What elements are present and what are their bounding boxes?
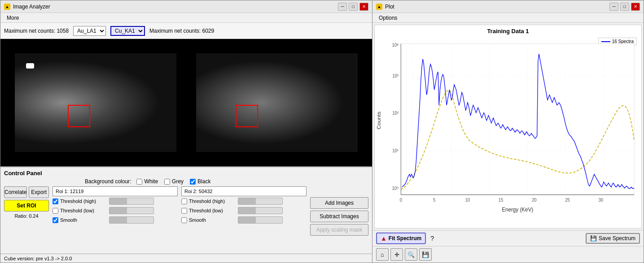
- plot-close-button[interactable]: ✕: [631, 3, 640, 11]
- threshold-high-left-label[interactable]: Threshold (high): [53, 198, 106, 204]
- control-panel: Control Panel Background colour: White G…: [0, 166, 372, 254]
- svg-text:10³: 10³: [392, 73, 399, 78]
- smooth-left-checkbox[interactable]: [53, 217, 58, 223]
- home-tool-button[interactable]: ⌂: [376, 248, 389, 261]
- roi-box-left: [68, 105, 90, 127]
- export-button[interactable]: Export: [29, 186, 49, 198]
- save-spectrum-button[interactable]: 💾 Save Spectrum: [586, 233, 640, 244]
- maximize-button[interactable]: □: [349, 3, 358, 11]
- smooth-right-slider[interactable]: [238, 216, 283, 224]
- white-checkbox-group[interactable]: White: [136, 178, 158, 185]
- left-menu-bar: More: [0, 13, 372, 23]
- threshold-low-right-label[interactable]: Threshold (low): [181, 208, 235, 214]
- svg-rect-1: [401, 43, 634, 194]
- svg-text:10⁴: 10⁴: [392, 43, 399, 47]
- image-analyzer-window: ▲ Image Analyzer ─ □ ✕ More Maximum net …: [0, 0, 372, 263]
- smooth-right-checkbox[interactable]: [181, 217, 187, 223]
- threshold-low-right-checkbox[interactable]: [181, 208, 187, 214]
- roi1-label: Roi 1: 12119: [53, 186, 178, 196]
- threshold-high-right-label[interactable]: Threshold (high): [181, 198, 235, 204]
- threshold-low-left-checkbox[interactable]: [53, 208, 58, 214]
- svg-text:10²: 10²: [392, 111, 399, 116]
- fit-spectrum-icon: ▲: [381, 235, 387, 242]
- black-label: Black: [197, 178, 210, 185]
- save-plot-button[interactable]: 💾: [419, 248, 432, 261]
- toolbar: Maximum net counts: 1058 Au_LA1 Cu_KA1 M…: [0, 23, 372, 39]
- white-checkbox[interactable]: [136, 179, 142, 185]
- threshold-low-left-label[interactable]: Threshold (low): [53, 208, 106, 214]
- plot-window: ▲ Plot ─ □ ✕ Options Training Data 1 16 …: [372, 0, 644, 263]
- svg-text:25: 25: [565, 197, 570, 202]
- plot-title: Training Data 1: [375, 25, 641, 34]
- set-roi-button[interactable]: Set ROI: [4, 200, 49, 211]
- black-checkbox-group[interactable]: Black: [190, 178, 210, 185]
- save-icon: 💾: [590, 235, 597, 241]
- element-select-right[interactable]: Cu_KA1: [110, 26, 145, 36]
- left-titlebar: ▲ Image Analyzer ─ □ ✕: [0, 0, 372, 13]
- plot-svg: Counts 10⁰ 10¹ 10² 10³ 10⁴ 0 5 10 15 20 …: [375, 39, 641, 228]
- svg-text:10: 10: [465, 197, 470, 202]
- control-panel-title: Control Panel: [4, 170, 368, 177]
- menu-more[interactable]: More: [4, 14, 22, 22]
- fit-spectrum-button[interactable]: ▲ Fit Spectrum: [376, 233, 426, 244]
- menu-options[interactable]: Options: [376, 14, 400, 22]
- status-bar: Cube version: pre v1.3 -> 2.0.0: [0, 254, 372, 263]
- svg-text:20: 20: [532, 197, 537, 202]
- left-window-title: Image Analyzer: [13, 4, 50, 10]
- plot-maximize-button[interactable]: □: [620, 3, 629, 11]
- plot-titlebar: ▲ Plot ─ □ ✕: [372, 0, 644, 13]
- threshold-high-right-slider[interactable]: [238, 198, 283, 205]
- roi-box-right: [236, 105, 258, 127]
- bright-spot-left: [26, 63, 34, 69]
- plot-app-icon: ▲: [376, 4, 382, 10]
- smooth-right-label[interactable]: Smooth: [181, 217, 235, 223]
- svg-text:15: 15: [499, 197, 504, 202]
- threshold-low-left-slider[interactable]: [109, 207, 154, 214]
- help-button[interactable]: ?: [430, 235, 434, 242]
- grey-label: Grey: [172, 178, 184, 185]
- version-label: Cube version: pre v1.3 -> 2.0.0: [4, 256, 72, 261]
- svg-text:10¹: 10¹: [392, 148, 399, 153]
- max-counts-left-label: Maximum net counts: 1058: [4, 28, 69, 34]
- black-checkbox[interactable]: [190, 179, 196, 185]
- grey-checkbox[interactable]: [164, 179, 170, 185]
- threshold-high-left-checkbox[interactable]: [53, 198, 58, 204]
- threshold-low-right-slider[interactable]: [238, 207, 283, 214]
- svg-text:5: 5: [433, 197, 436, 202]
- plot-window-title: Plot: [385, 4, 394, 10]
- smooth-left-slider[interactable]: [109, 216, 154, 224]
- svg-text:0: 0: [400, 197, 403, 202]
- correlate-button[interactable]: Correlate: [4, 186, 27, 198]
- app-icon: ▲: [4, 4, 10, 10]
- svg-text:Counts: Counts: [376, 112, 381, 129]
- add-images-button[interactable]: Add Images: [310, 197, 368, 209]
- image-panel-right: [196, 53, 358, 152]
- image-panel-left: [15, 53, 176, 152]
- plot-bottom-bar: ▲ Fit Spectrum ? 💾 Save Spectrum: [372, 230, 644, 246]
- plot-toolbar: ⌂ ✛ 🔍 💾: [372, 246, 644, 263]
- zoom-tool-button[interactable]: 🔍: [405, 248, 417, 261]
- pan-tool-button[interactable]: ✛: [390, 248, 403, 261]
- minimize-button[interactable]: ─: [338, 3, 347, 11]
- plot-minimize-button[interactable]: ─: [609, 3, 618, 11]
- close-button[interactable]: ✕: [359, 3, 368, 11]
- svg-text:Energy (KeV): Energy (KeV): [502, 207, 533, 213]
- max-counts-right-label: Maximum net counts: 6029: [149, 28, 214, 34]
- image-display-area: [0, 39, 372, 166]
- plot-menu-bar: Options: [372, 13, 644, 23]
- ratio-label: Ratio: 0.24: [4, 213, 49, 219]
- apply-scaling-mask-button[interactable]: Apply scaling mask: [310, 224, 368, 236]
- grey-checkbox-group[interactable]: Grey: [164, 178, 184, 185]
- plot-area: Training Data 1 16 Spectra Counts 10⁰ 10…: [374, 25, 642, 229]
- element-select-left[interactable]: Au_LA1: [73, 26, 106, 36]
- subtract-images-button[interactable]: Subtract Images: [310, 211, 368, 222]
- smooth-left-label[interactable]: Smooth: [53, 217, 106, 223]
- white-label: White: [144, 178, 158, 185]
- svg-text:10⁰: 10⁰: [392, 186, 399, 191]
- bg-colour-label: Background colour:: [85, 178, 131, 185]
- threshold-high-left-slider[interactable]: [109, 198, 154, 205]
- svg-text:30: 30: [599, 197, 604, 202]
- threshold-high-right-checkbox[interactable]: [181, 198, 187, 204]
- roi2-label: Roi 2: 50432: [181, 186, 307, 196]
